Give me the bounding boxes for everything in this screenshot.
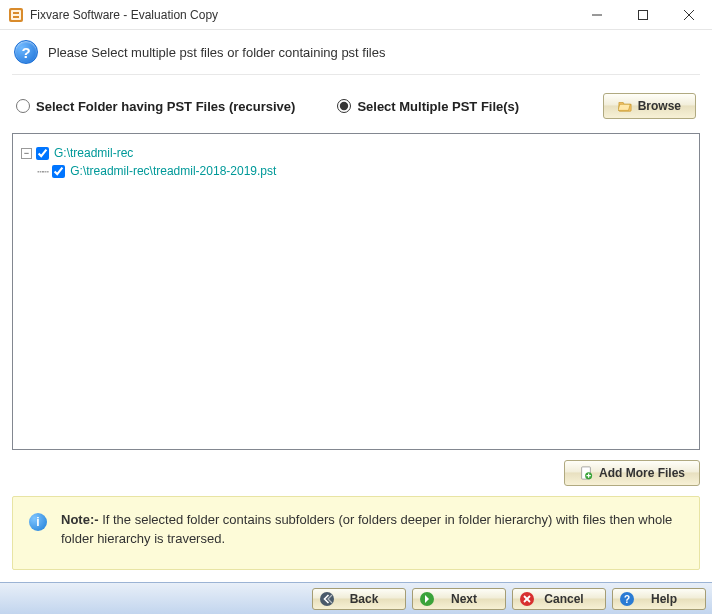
tree-row-root: − G:\treadmil-rec — [21, 144, 691, 162]
back-button-label: Back — [341, 592, 387, 606]
tree-label-child[interactable]: G:\treadmil-rec\treadmil-2018-2019.pst — [69, 164, 276, 178]
folder-open-icon — [618, 99, 632, 113]
next-button[interactable]: Next — [412, 588, 506, 610]
svg-text:?: ? — [624, 594, 630, 605]
titlebar: Fixvare Software - Evaluation Copy — [0, 0, 712, 30]
browse-button[interactable]: Browse — [603, 93, 696, 119]
tree-row-child: ⋯⋯ G:\treadmil-rec\treadmil-2018-2019.ps… — [21, 162, 691, 180]
option-row: Select Folder having PST Files (recursiv… — [12, 75, 700, 133]
help-icon: ? — [619, 591, 635, 607]
close-button[interactable] — [666, 0, 712, 29]
svg-rect-3 — [13, 16, 19, 18]
window-title: Fixvare Software - Evaluation Copy — [30, 8, 574, 22]
note-body: If the selected folder contains subfolde… — [61, 512, 672, 546]
add-more-files-button[interactable]: Add More Files — [564, 460, 700, 486]
radio-select-multiple-label: Select Multiple PST File(s) — [357, 99, 519, 114]
next-arrow-icon — [419, 591, 435, 607]
radio-select-folder[interactable]: Select Folder having PST Files (recursiv… — [16, 99, 295, 114]
cancel-button-label: Cancel — [541, 592, 587, 606]
minimize-button[interactable] — [574, 0, 620, 29]
tree-root: − G:\treadmil-rec ⋯⋯ G:\treadmil-rec\tre… — [21, 144, 691, 180]
content-area: ? Please Select multiple pst files or fo… — [0, 30, 712, 582]
help-button[interactable]: ? Help — [612, 588, 706, 610]
add-more-row: Add More Files — [12, 450, 700, 496]
radio-select-multiple[interactable]: Select Multiple PST File(s) — [337, 99, 519, 114]
plus-file-icon — [579, 466, 593, 480]
tree-label-root[interactable]: G:\treadmil-rec — [53, 146, 133, 160]
instruction-row: ? Please Select multiple pst files or fo… — [12, 36, 700, 75]
info-icon: i — [29, 513, 47, 531]
file-tree-panel[interactable]: − G:\treadmil-rec ⋯⋯ G:\treadmil-rec\tre… — [12, 133, 700, 450]
tree-checkbox-root[interactable] — [36, 147, 49, 160]
tree-checkbox-child[interactable] — [52, 165, 65, 178]
cancel-icon — [519, 591, 535, 607]
next-button-label: Next — [441, 592, 487, 606]
instruction-text: Please Select multiple pst files or fold… — [48, 45, 385, 60]
back-button[interactable]: Back — [312, 588, 406, 610]
cancel-button[interactable]: Cancel — [512, 588, 606, 610]
svg-rect-2 — [13, 12, 19, 14]
radio-select-multiple-input[interactable] — [337, 99, 351, 113]
svg-point-12 — [320, 592, 334, 606]
browse-button-label: Browse — [638, 99, 681, 113]
svg-rect-1 — [11, 10, 21, 20]
bottom-nav-bar: Back Next Cancel ? Help — [0, 582, 712, 614]
note-box: i Note:- If the selected folder contains… — [12, 496, 700, 570]
back-arrow-icon — [319, 591, 335, 607]
add-more-files-label: Add More Files — [599, 466, 685, 480]
question-icon: ? — [14, 40, 38, 64]
help-button-label: Help — [641, 592, 687, 606]
svg-rect-5 — [639, 10, 648, 19]
tree-branch-line: ⋯⋯ — [37, 165, 48, 178]
maximize-button[interactable] — [620, 0, 666, 29]
radio-select-folder-label: Select Folder having PST Files (recursiv… — [36, 99, 295, 114]
note-label: Note:- — [61, 512, 99, 527]
radio-select-folder-input[interactable] — [16, 99, 30, 113]
note-text: Note:- If the selected folder contains s… — [61, 511, 683, 549]
window-controls — [574, 0, 712, 29]
app-icon — [8, 7, 24, 23]
tree-expander[interactable]: − — [21, 148, 32, 159]
